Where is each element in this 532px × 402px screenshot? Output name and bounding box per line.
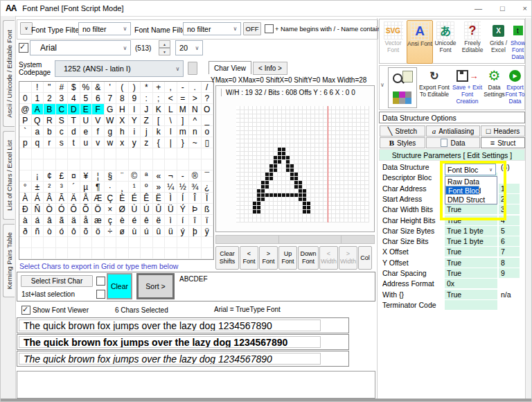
char-cell[interactable]: C [56, 104, 69, 115]
char-cell[interactable] [68, 237, 80, 248]
char-cell[interactable]: ñ [32, 226, 44, 237]
char-cell[interactable]: % [80, 82, 93, 93]
char-cell[interactable]: ú [141, 226, 153, 237]
char-cell[interactable]: > [189, 93, 202, 104]
char-cell[interactable]: y [129, 137, 141, 148]
char-cell[interactable]: Ì [165, 193, 177, 204]
struct-param-value[interactable]: 0x [445, 279, 497, 288]
char-cell[interactable]: ø [116, 226, 129, 237]
char-cell[interactable]: ¾ [189, 182, 202, 193]
char-cell[interactable]: ` [19, 126, 32, 137]
char-cell[interactable] [32, 159, 44, 171]
char-cell[interactable]: 7 [105, 93, 117, 104]
styles-button[interactable]: BStyles [380, 137, 425, 148]
char-cell[interactable] [19, 82, 32, 93]
char-cell[interactable]: v [92, 137, 105, 148]
char-cell[interactable]: » [153, 182, 166, 193]
maximize-button[interactable]: □ [500, 4, 505, 12]
char-cell[interactable]: ¼ [165, 182, 177, 193]
char-cell[interactable]: [ [153, 115, 166, 126]
char-cell[interactable]: W [105, 115, 117, 126]
struct-param-value[interactable]: True [445, 290, 497, 299]
antialiasing-button[interactable]: aAntialiasing [426, 125, 480, 137]
char-cell[interactable] [92, 148, 105, 159]
char-cell[interactable] [105, 159, 117, 171]
char-cell[interactable]: h [116, 126, 129, 137]
char-cell[interactable] [141, 248, 153, 259]
font-size-select[interactable]: 20∨ [175, 40, 203, 55]
unicode-font-button[interactable]: あ Unicode Font [433, 20, 458, 62]
char-cell[interactable]: Æ [92, 193, 105, 204]
select-first-char-checkbox[interactable] [96, 277, 105, 286]
char-cell[interactable]: ? [202, 93, 214, 104]
struct-param-value[interactable]: True [445, 247, 497, 256]
char-cell[interactable] [92, 237, 105, 248]
struct-param-value[interactable]: True 1 byte [445, 236, 497, 246]
selected-chars-input[interactable]: ABCDEF [179, 275, 208, 283]
codepage-select[interactable]: 1252 (ANSI - latin I)∨ [55, 60, 184, 77]
char-cell[interactable] [105, 237, 117, 248]
char-cell[interactable]: º [141, 182, 153, 193]
char-cell[interactable]: w [105, 137, 117, 148]
headers-button[interactable]: □Headers [481, 125, 525, 137]
filter-off-button[interactable]: OFF [243, 22, 261, 35]
char-cell[interactable] [141, 148, 153, 159]
first-last-selection-checkbox[interactable] [96, 290, 105, 299]
char-cell[interactable]: Ó [56, 204, 69, 215]
pixel-cell[interactable] [365, 218, 369, 222]
char-cell[interactable]: 1 [32, 93, 44, 104]
char-cell[interactable]: ¢ [44, 171, 56, 182]
char-cell[interactable]: ¡ [32, 171, 44, 182]
char-cell[interactable]: x [116, 137, 129, 148]
zoom-palette-button[interactable] [388, 67, 417, 108]
char-cell[interactable] [105, 148, 117, 159]
char-cell[interactable] [80, 159, 93, 171]
-font[interactable]: <Font [240, 246, 258, 270]
select-first-char-button[interactable]: Select First Char [21, 275, 93, 287]
char-cell[interactable]: Î [189, 193, 202, 204]
char-cell[interactable] [202, 148, 214, 159]
char-cell[interactable]: í [177, 215, 190, 226]
char-cell[interactable]: ô [68, 226, 80, 237]
name-filter-mode-checkbox[interactable] [265, 24, 274, 33]
char-cell[interactable]: ð [19, 226, 32, 237]
char-cell[interactable]: © [129, 171, 141, 182]
char-cell[interactable]: ½ [177, 182, 190, 193]
tab-list-of-chars-excel-list[interactable]: List of Chars / Excel List [3, 131, 15, 220]
char-cell[interactable]: ê [141, 215, 153, 226]
char-cell[interactable] [32, 248, 44, 259]
char-cell[interactable]: ] [177, 115, 190, 126]
char-cell[interactable]: N [189, 104, 202, 115]
char-cell[interactable] [129, 148, 141, 159]
dropdown-item[interactable]: Raw Data [445, 177, 497, 186]
char-cell[interactable]: D [68, 104, 80, 115]
char-cell[interactable] [141, 237, 153, 248]
char-cell[interactable] [19, 159, 32, 171]
char-cell[interactable]: À [19, 193, 32, 204]
char-cell[interactable]: Ë [153, 193, 166, 204]
char-cell[interactable] [68, 248, 80, 259]
char-cell[interactable]: 9 [129, 93, 141, 104]
char-cell[interactable]: & [92, 82, 105, 93]
minimize-button[interactable]: — [475, 4, 482, 12]
char-cell[interactable]: i [129, 126, 141, 137]
char-cell[interactable] [153, 237, 166, 248]
arrow-down-icon[interactable]: ▼ [159, 48, 170, 55]
char-cell[interactable]: Ñ [32, 204, 44, 215]
data-button[interactable]: Data [426, 137, 480, 148]
char-cell[interactable]: å [80, 215, 93, 226]
font-enabled-checkbox[interactable] [19, 43, 28, 53]
char-cell[interactable]: ó [56, 226, 69, 237]
char-cell[interactable]: e [80, 126, 93, 137]
char-cell[interactable]: ( [116, 82, 129, 93]
char-cell[interactable]: Ð [19, 204, 32, 215]
export-font-to-data-button[interactable]: ▶ Export Font To Data [505, 67, 525, 105]
chevron-down-icon[interactable]: ∨ [380, 82, 384, 88]
struct-param-value[interactable]: True 1 byte [445, 226, 497, 236]
char-cell[interactable]: B [44, 104, 56, 115]
char-cell[interactable] [189, 248, 202, 259]
char-cell[interactable]: ¶ [92, 182, 105, 193]
font-select[interactable]: Arial∨ [30, 40, 131, 55]
char-cell[interactable]: ì [165, 215, 177, 226]
char-cell[interactable] [177, 237, 190, 248]
